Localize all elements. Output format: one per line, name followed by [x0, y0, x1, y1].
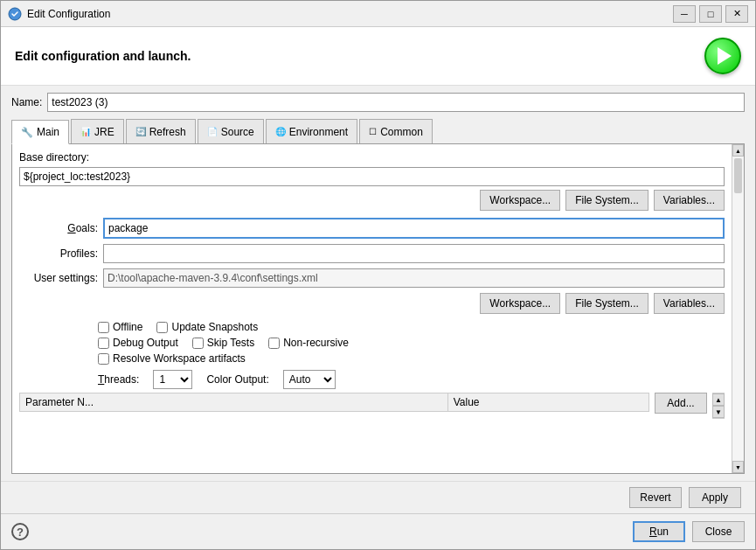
- scroll-track-area: [732, 157, 744, 461]
- variables-button-1[interactable]: Variables...: [654, 190, 725, 211]
- user-settings-label: User settings:: [19, 272, 98, 284]
- workspace-button-1[interactable]: Workspace...: [480, 190, 560, 211]
- param-table: Parameter N... Value: [19, 393, 649, 412]
- tab-refresh[interactable]: 🔄 Refresh: [126, 119, 196, 143]
- checkboxes-area: Offline Update Snapshots Debug Output: [98, 321, 725, 365]
- parameter-section: Parameter N... Value Add... ▲ ▼: [19, 393, 725, 419]
- tab-source[interactable]: 📄 Source: [198, 119, 264, 143]
- add-button[interactable]: Add...: [655, 393, 707, 414]
- tab-content-wrapper: Base directory: Workspace... File System…: [11, 144, 745, 474]
- main-tab-icon: 🔧: [21, 127, 33, 138]
- bottom-buttons: ? Run Close: [1, 513, 755, 549]
- scroll-thumb: [734, 158, 742, 193]
- scroll-up-icon[interactable]: ▲: [732, 144, 744, 157]
- close-dialog-button[interactable]: Close: [692, 521, 745, 542]
- app-icon: [8, 7, 22, 21]
- offline-checkbox[interactable]: Offline: [98, 321, 142, 333]
- color-output-select[interactable]: Auto Always Never: [283, 370, 336, 389]
- environment-tab-label: Environment: [289, 126, 348, 138]
- workspace-button-2[interactable]: Workspace...: [480, 293, 560, 314]
- environment-tab-icon: 🌐: [275, 127, 286, 136]
- skip-tests-checkbox-input[interactable]: [192, 338, 204, 349]
- goals-input[interactable]: [103, 218, 725, 239]
- base-directory-label: Base directory:: [19, 151, 725, 164]
- file-system-button-1[interactable]: File System...: [565, 190, 648, 211]
- window-controls: ─ □ ✕: [673, 5, 748, 23]
- scroll-up-arrow[interactable]: ▲: [712, 393, 725, 406]
- refresh-tab-label: Refresh: [149, 126, 186, 138]
- table-scrollbar: ▲ ▼: [712, 393, 725, 419]
- main-tab-label: Main: [37, 126, 59, 138]
- run-underline: R: [649, 526, 657, 538]
- param-col-value: Value: [447, 393, 648, 412]
- base-directory-input[interactable]: [19, 167, 725, 186]
- user-settings-input[interactable]: [103, 268, 725, 288]
- source-tab-icon: 📄: [207, 127, 218, 136]
- run-button[interactable]: Run: [633, 521, 685, 542]
- title-bar: Edit Configuration ─ □ ✕: [1, 1, 755, 27]
- main-window: Edit Configuration ─ □ ✕ Edit configurat…: [0, 0, 756, 550]
- profiles-label: Profiles:: [19, 247, 98, 260]
- threads-color-row: Threads: 1 2 4 8 Color Output: Auto Alwa…: [98, 370, 725, 389]
- apply-button[interactable]: Apply: [689, 487, 741, 508]
- variables-button-2[interactable]: Variables...: [654, 293, 725, 314]
- resolve-workspace-checkbox-input[interactable]: [98, 353, 109, 365]
- checkbox-row-1: Offline Update Snapshots: [98, 321, 725, 333]
- offline-checkbox-input[interactable]: [98, 322, 109, 333]
- name-input[interactable]: [47, 93, 745, 112]
- color-output-label: Color Output:: [206, 373, 268, 386]
- tab-content: Base directory: Workspace... File System…: [12, 144, 732, 473]
- source-tab-label: Source: [221, 126, 254, 138]
- param-table-wrap: Parameter N... Value: [19, 393, 649, 412]
- skip-tests-label: Skip Tests: [207, 337, 254, 349]
- common-tab-icon: ☐: [369, 127, 377, 136]
- header-title: Edit configuration and launch.: [15, 49, 191, 63]
- minimize-button[interactable]: ─: [673, 5, 696, 23]
- refresh-tab-icon: 🔄: [135, 127, 146, 136]
- debug-output-label: Debug Output: [113, 337, 178, 349]
- checkbox-row-2: Debug Output Skip Tests Non-recursive: [98, 337, 725, 349]
- revert-button[interactable]: Revert: [629, 487, 682, 508]
- debug-output-checkbox[interactable]: Debug Output: [98, 337, 178, 349]
- tab-environment[interactable]: 🌐 Environment: [266, 119, 357, 143]
- threads-select[interactable]: 1 2 4 8: [153, 370, 192, 389]
- non-recursive-label: Non-recursive: [283, 337, 349, 349]
- user-settings-buttons: Workspace... File System... Variables...: [19, 293, 725, 314]
- common-tab-label: Common: [380, 126, 423, 138]
- update-snapshots-label: Update Snapshots: [171, 321, 258, 333]
- name-label: Name:: [11, 96, 42, 108]
- scroll-down-icon[interactable]: ▼: [732, 461, 744, 473]
- tabs-bar: 🔧 Main 📊 JRE 🔄 Refresh 📄 Source 🌐 Enviro…: [11, 119, 745, 144]
- param-col-name: Parameter N...: [20, 393, 448, 412]
- close-button[interactable]: ✕: [725, 5, 748, 23]
- goals-row: Goals:: [19, 218, 725, 239]
- tab-common[interactable]: ☐ Common: [359, 119, 433, 143]
- update-snapshots-checkbox[interactable]: Update Snapshots: [156, 321, 258, 333]
- resolve-workspace-checkbox[interactable]: Resolve Workspace artifacts: [98, 352, 246, 365]
- maximize-button[interactable]: □: [699, 5, 722, 23]
- window-title: Edit Configuration: [27, 8, 673, 20]
- non-recursive-checkbox[interactable]: Non-recursive: [268, 337, 349, 349]
- jre-tab-icon: 📊: [80, 127, 91, 136]
- tab-main[interactable]: 🔧 Main: [11, 120, 69, 144]
- threads-label: Threads:: [98, 373, 139, 386]
- update-snapshots-checkbox-input[interactable]: [156, 322, 168, 333]
- debug-output-checkbox-input[interactable]: [98, 338, 109, 349]
- name-row: Name:: [11, 93, 745, 112]
- resolve-workspace-label: Resolve Workspace artifacts: [113, 352, 246, 365]
- skip-tests-checkbox[interactable]: Skip Tests: [192, 337, 254, 349]
- tab-jre[interactable]: 📊 JRE: [71, 119, 124, 143]
- profiles-input[interactable]: [103, 244, 725, 263]
- main-area: Name: 🔧 Main 📊 JRE 🔄 Refresh 📄 Source: [1, 86, 755, 481]
- file-system-button-2[interactable]: File System...: [565, 293, 648, 314]
- right-scrollbar: ▲ ▼: [732, 144, 744, 473]
- middle-action-buttons: Revert Apply: [1, 481, 755, 513]
- header-area: Edit configuration and launch.: [1, 27, 755, 86]
- scroll-down-arrow[interactable]: ▼: [712, 406, 725, 418]
- help-icon[interactable]: ?: [11, 523, 29, 540]
- non-recursive-checkbox-input[interactable]: [268, 338, 280, 349]
- base-directory-section: Base directory:: [19, 151, 725, 186]
- run-launch-icon[interactable]: [704, 38, 741, 74]
- run-label-rest: un: [657, 526, 669, 538]
- goals-label: Goals:: [19, 222, 98, 234]
